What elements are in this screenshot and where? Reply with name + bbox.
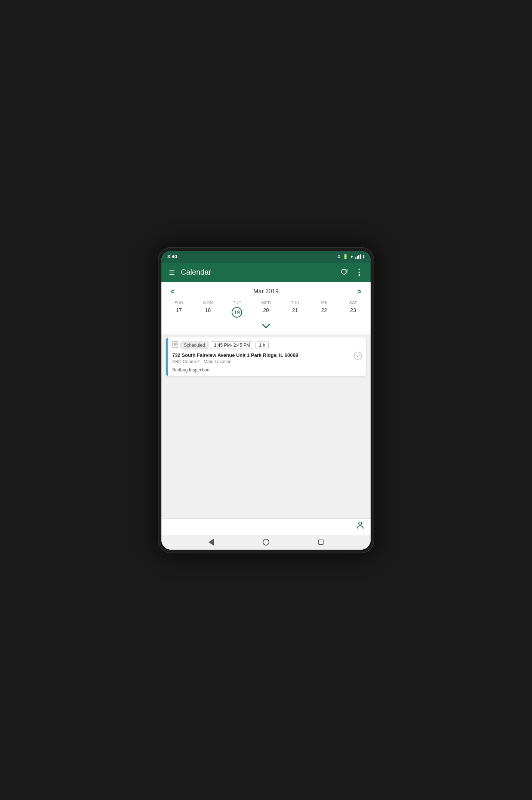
dates-row: 17 18 19 20 21 22 23 bbox=[161, 306, 371, 321]
event-check-button[interactable] bbox=[353, 351, 362, 362]
app-title: Calendar bbox=[181, 268, 338, 277]
prev-month-button[interactable]: < bbox=[167, 286, 178, 297]
event-card-body: Scheduled 1:45 PM- 2:45 PM 1 h 732 South… bbox=[168, 337, 366, 376]
weekdays-row: SUN MON TUE WED THU FRI SAT bbox=[161, 300, 371, 306]
weekday-thu: THU bbox=[281, 300, 310, 306]
person-icon[interactable] bbox=[356, 521, 365, 532]
app-bar-actions: ⋮ bbox=[338, 265, 366, 280]
date-17[interactable]: 17 bbox=[164, 306, 194, 319]
event-location: ABC Condo 2 - Main Location bbox=[172, 359, 362, 364]
status-icons: ⚙ 🔋 ▼ ▮ bbox=[337, 254, 365, 259]
system-nav bbox=[161, 535, 371, 550]
more-button[interactable]: ⋮ bbox=[352, 265, 366, 280]
signal-icon bbox=[355, 254, 361, 259]
today-circle: 19 bbox=[232, 307, 242, 318]
calendar-header: < Mar 2019 > bbox=[161, 282, 371, 300]
device-frame: 3:40 ⚙ 🔋 ▼ ▮ ☰ Cal bbox=[158, 247, 374, 553]
weekday-tue: TUE bbox=[222, 300, 251, 306]
home-icon bbox=[263, 539, 269, 546]
next-month-button[interactable]: > bbox=[354, 286, 365, 297]
document-icon bbox=[172, 341, 178, 349]
app-bar: ☰ Calendar ⋮ bbox=[161, 263, 371, 282]
date-18[interactable]: 18 bbox=[194, 306, 223, 319]
home-button[interactable] bbox=[262, 538, 270, 546]
date-21[interactable]: 21 bbox=[281, 306, 310, 319]
event-description: Bedbug Inspection bbox=[172, 367, 362, 373]
battery-icon: ▮ bbox=[362, 254, 365, 259]
event-card-top: Scheduled 1:45 PM- 2:45 PM 1 h bbox=[172, 341, 362, 349]
device-screen: 3:40 ⚙ 🔋 ▼ ▮ ☰ Cal bbox=[161, 251, 371, 550]
weekday-wed: WED bbox=[251, 300, 281, 306]
settings-icon: ⚙ bbox=[337, 254, 341, 259]
status-bar: 3:40 ⚙ 🔋 ▼ ▮ bbox=[161, 251, 371, 263]
doc-svg-icon bbox=[172, 341, 178, 348]
status-time: 3:40 bbox=[167, 254, 177, 259]
time-badge: 1:45 PM- 2:45 PM bbox=[211, 342, 254, 349]
date-20[interactable]: 20 bbox=[251, 306, 281, 319]
calendar-section: < Mar 2019 > SUN MON TUE WED THU FRI SAT… bbox=[161, 282, 371, 334]
weekday-sun: SUN bbox=[164, 300, 194, 306]
refresh-icon bbox=[341, 268, 347, 275]
back-button[interactable] bbox=[207, 538, 215, 546]
expand-calendar-button[interactable] bbox=[262, 323, 270, 331]
check-circle-icon bbox=[353, 351, 362, 360]
events-section: Scheduled 1:45 PM- 2:45 PM 1 h 732 South… bbox=[161, 334, 371, 518]
battery-saver-icon: 🔋 bbox=[343, 254, 348, 259]
expand-row bbox=[161, 321, 371, 333]
recents-button[interactable] bbox=[317, 538, 325, 546]
refresh-button[interactable] bbox=[338, 265, 350, 279]
status-badge: Scheduled bbox=[180, 342, 208, 349]
event-address: 732 South Fairview Avenue Unit 1 Park Ri… bbox=[172, 352, 362, 358]
chevron-down-icon bbox=[262, 324, 270, 329]
svg-point-5 bbox=[359, 522, 362, 525]
event-card[interactable]: Scheduled 1:45 PM- 2:45 PM 1 h 732 South… bbox=[166, 337, 366, 376]
svg-point-4 bbox=[354, 352, 362, 359]
main-content: < Mar 2019 > SUN MON TUE WED THU FRI SAT… bbox=[161, 282, 371, 535]
recents-icon bbox=[318, 540, 324, 545]
weekday-fri: FRI bbox=[310, 300, 339, 306]
duration-badge: 1 h bbox=[256, 342, 269, 349]
date-23[interactable]: 23 bbox=[338, 306, 368, 319]
bottom-bar bbox=[161, 518, 371, 535]
weekday-mon: MON bbox=[194, 300, 223, 306]
menu-button[interactable]: ☰ bbox=[166, 265, 178, 279]
wifi-icon: ▼ bbox=[350, 254, 354, 259]
date-19[interactable]: 19 bbox=[222, 306, 251, 319]
person-svg-icon bbox=[356, 521, 365, 530]
month-title: Mar 2019 bbox=[253, 288, 279, 295]
back-icon bbox=[208, 539, 214, 546]
weekday-sat: SAT bbox=[338, 300, 368, 306]
date-22[interactable]: 22 bbox=[310, 306, 339, 319]
